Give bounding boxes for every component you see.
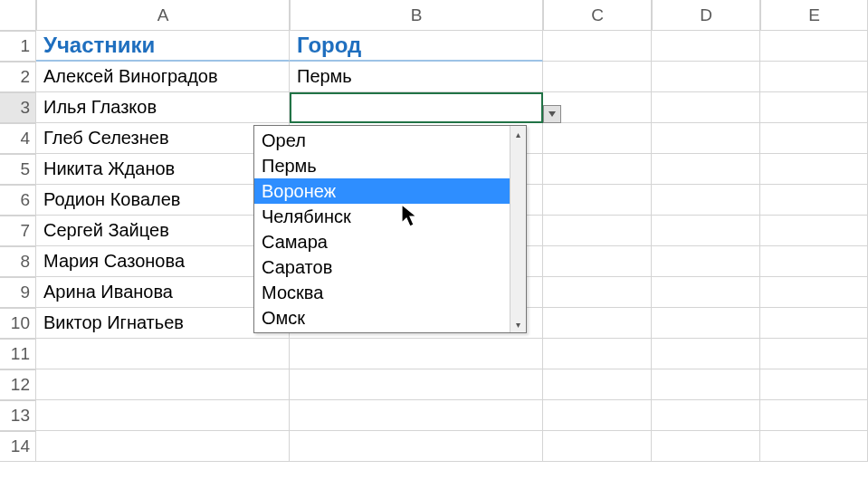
cell-C14[interactable] — [543, 431, 652, 462]
row-header[interactable]: 14 — [0, 431, 36, 462]
cell-D6[interactable] — [652, 185, 760, 216]
cell-D14[interactable] — [652, 431, 760, 462]
row-header[interactable]: 10 — [0, 308, 36, 339]
cell-B1[interactable]: Город — [290, 31, 543, 62]
dropdown-item[interactable]: Пермь — [254, 153, 510, 178]
row-header[interactable]: 5 — [0, 154, 36, 185]
dropdown-item[interactable]: Воронеж — [254, 178, 510, 204]
cell-B2[interactable]: Пермь — [290, 62, 543, 92]
cell-C11[interactable] — [543, 339, 652, 369]
cell-D7[interactable] — [652, 216, 760, 246]
cell-C4[interactable] — [543, 123, 652, 154]
column-header-C[interactable]: C — [543, 0, 652, 31]
cell-D5[interactable] — [652, 154, 760, 185]
cell-A5[interactable]: Никита Жданов — [36, 154, 290, 185]
column-header-D[interactable]: D — [652, 0, 760, 31]
cell-D9[interactable] — [652, 277, 760, 308]
cell-C7[interactable] — [543, 216, 652, 246]
dropdown-item[interactable]: Орел — [254, 128, 510, 153]
row-header[interactable]: 8 — [0, 246, 36, 277]
chevron-down-icon — [548, 111, 556, 117]
column-header-E[interactable]: E — [760, 0, 868, 31]
cell-A4[interactable]: Глеб Селезнев — [36, 123, 290, 154]
cell-A9[interactable]: Арина Иванова — [36, 277, 290, 308]
cell-C9[interactable] — [543, 277, 652, 308]
cell-E1[interactable] — [760, 31, 868, 62]
row-header[interactable]: 1 — [0, 31, 36, 62]
cell-B14[interactable] — [290, 431, 543, 462]
row-header[interactable]: 6 — [0, 185, 36, 216]
cell-D2[interactable] — [652, 62, 760, 92]
dropdown-item[interactable]: Самара — [254, 229, 510, 254]
row-header[interactable]: 3 — [0, 92, 36, 123]
cell-B3[interactable] — [290, 92, 543, 123]
dropdown-scrollbar[interactable]: ▴ ▾ — [510, 126, 526, 332]
scroll-down-icon[interactable]: ▾ — [510, 316, 527, 332]
cell-D13[interactable] — [652, 400, 760, 431]
cell-E7[interactable] — [760, 216, 868, 246]
cell-B12[interactable] — [290, 369, 543, 400]
cell-C6[interactable] — [543, 185, 652, 216]
cell-C1[interactable] — [543, 31, 652, 62]
dropdown-item[interactable]: Челябинск — [254, 204, 510, 229]
cell-C8[interactable] — [543, 246, 652, 277]
cell-A12[interactable] — [36, 369, 290, 400]
cell-B13[interactable] — [290, 400, 543, 431]
row-header[interactable]: 2 — [0, 62, 36, 92]
cell-A6[interactable]: Родион Ковалев — [36, 185, 290, 216]
cell-C5[interactable] — [543, 154, 652, 185]
cell-E6[interactable] — [760, 185, 868, 216]
row-header[interactable]: 13 — [0, 400, 36, 431]
validation-dropdown: ОрелПермьВоронежЧелябинскСамараСаратовМо… — [253, 125, 527, 333]
column-header-A[interactable]: A — [36, 0, 290, 31]
row-header[interactable]: 11 — [0, 339, 36, 369]
cell-E9[interactable] — [760, 277, 868, 308]
scroll-up-icon[interactable]: ▴ — [510, 126, 527, 142]
cell-E2[interactable] — [760, 62, 868, 92]
cell-E13[interactable] — [760, 400, 868, 431]
cell-A13[interactable] — [36, 400, 290, 431]
dropdown-item[interactable]: Саратов — [254, 254, 510, 280]
row-header[interactable]: 9 — [0, 277, 36, 308]
cell-D12[interactable] — [652, 369, 760, 400]
dropdown-list: ОрелПермьВоронежЧелябинскСамараСаратовМо… — [254, 126, 510, 332]
row-header[interactable]: 12 — [0, 369, 36, 400]
cell-C2[interactable] — [543, 62, 652, 92]
cell-A10[interactable]: Виктор Игнатьев — [36, 308, 290, 339]
cell-D10[interactable] — [652, 308, 760, 339]
cell-E5[interactable] — [760, 154, 868, 185]
cell-C10[interactable] — [543, 308, 652, 339]
cell-E4[interactable] — [760, 123, 868, 154]
cell-D3[interactable] — [652, 92, 760, 123]
select-all-corner[interactable] — [0, 0, 36, 31]
dropdown-item[interactable]: Омск — [254, 305, 510, 331]
cell-D1[interactable] — [652, 31, 760, 62]
cell-A2[interactable]: Алексей Виноградов — [36, 62, 290, 92]
cell-D8[interactable] — [652, 246, 760, 277]
cell-B11[interactable] — [290, 339, 543, 369]
dropdown-button[interactable] — [543, 105, 561, 123]
cell-A8[interactable]: Мария Сазонова — [36, 246, 290, 277]
row-header[interactable]: 7 — [0, 216, 36, 246]
cell-A7[interactable]: Сергей Зайцев — [36, 216, 290, 246]
cell-D4[interactable] — [652, 123, 760, 154]
cell-E8[interactable] — [760, 246, 868, 277]
cell-E3[interactable] — [760, 92, 868, 123]
cell-A14[interactable] — [36, 431, 290, 462]
cell-C13[interactable] — [543, 400, 652, 431]
cell-E14[interactable] — [760, 431, 868, 462]
cell-E11[interactable] — [760, 339, 868, 369]
dropdown-item[interactable]: Москва — [254, 280, 510, 305]
cell-A3[interactable]: Илья Глазков — [36, 92, 290, 123]
cell-E12[interactable] — [760, 369, 868, 400]
cell-A1[interactable]: Участники — [36, 31, 290, 62]
cell-E10[interactable] — [760, 308, 868, 339]
cell-C12[interactable] — [543, 369, 652, 400]
column-header-B[interactable]: B — [290, 0, 543, 31]
cell-D11[interactable] — [652, 339, 760, 369]
row-header[interactable]: 4 — [0, 123, 36, 154]
cell-A11[interactable] — [36, 339, 290, 369]
